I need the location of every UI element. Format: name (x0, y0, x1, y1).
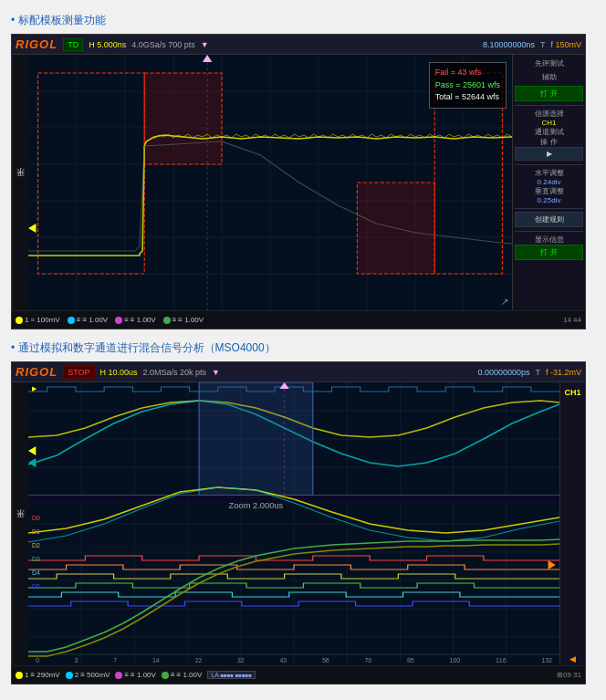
scope1-time: 14 44 (563, 316, 581, 324)
page-container: 标配模板测量功能 RIGOL TD H 5.000ns 4.0GSa/s 700… (0, 0, 606, 699)
scope2-status: STOP (63, 366, 94, 379)
dig-label-d2: D2 (32, 542, 40, 549)
mask-fail-count: Fail = 43 wfs (435, 67, 500, 79)
scope1-bottombar: 1 = 100mV ≡ ≡ 1.00V ≡ ≡ 1.00V ≡ ≡ 1.00V … (12, 310, 585, 329)
scope2-ch3-dot (115, 672, 122, 679)
section2-link[interactable]: 通过模拟和数字通道进行混合信号分析（MSO4000） (18, 341, 276, 354)
scope2-topbar: RIGOL STOP H 10.00us 2.0MSa/s 20k pts ▼ … (12, 362, 585, 382)
scope1-volt: f 150mV (550, 40, 581, 49)
scope1-timediv: H 5.000ns (89, 40, 126, 49)
scope1-ch1-meas: = 100mV (30, 316, 59, 324)
scope1-ch3-meas: ≡ 1.00V (131, 316, 156, 324)
scope1-frame: RIGOL TD H 5.000ns 4.0GSa/s 700 pts ▼ 8.… (11, 34, 586, 329)
dig-label-d4: D4 (32, 569, 40, 576)
rpanel-section2: 信源选择 CH1 通道测试 操 作 ▶ (515, 105, 583, 161)
svg-marker-49 (549, 560, 556, 569)
rpanel-btn-open1[interactable]: 打 开 (515, 86, 583, 101)
rpanel-vval: 0.25div (515, 196, 583, 204)
x-tick-22: 22 (194, 657, 202, 663)
scope1-ch2-dot (68, 317, 75, 324)
scope2-ch4-num: ≡ (171, 671, 175, 679)
x-tick-3: 3 (75, 657, 78, 663)
scope1-status: TD (63, 38, 83, 51)
scope2-ch3-meas: ≡ 1.00V (131, 671, 156, 679)
scope2-ch4-indicator: ≡ ≡ 1.00V (162, 671, 202, 679)
usb-icon: ⊞09 31 (557, 671, 581, 679)
rpanel-section3: 水平调整 0.24div 垂直调整 0.25div (515, 164, 583, 204)
rpanel-section5: 显示信息 打 开 (515, 231, 583, 260)
scope2-ch-left: ▶ (32, 385, 37, 392)
svg-marker-50 (28, 458, 36, 467)
scope1-trigpos: 8.10000000ns (483, 40, 535, 49)
scope2-ch3-indicator: ≡ ≡ 1.00V (115, 671, 155, 679)
x-tick-43: 43 (279, 657, 287, 663)
scope2-bottombar: 1 ≡ 290mV 2 ≡ 500mV ≡ ≡ 1.00V ≡ ≡ 1.00V … (12, 665, 585, 684)
scope2-markerU: ▼ (212, 368, 220, 377)
scope2-timediv: H 10.00us (100, 368, 138, 377)
mask-total-count: Total = 52644 wfs (435, 91, 500, 104)
section1-link[interactable]: 标配模板测量功能 (18, 14, 106, 26)
scope2-samplerate: 2.0MSa/s 20k pts (143, 368, 207, 377)
scope2-ch1-indicator: 1 ≡ 290mV (16, 671, 60, 679)
la-indicator: LA ■■■■ ■■■■■ (207, 671, 255, 679)
x-tick-116: 116 (496, 657, 507, 663)
dig-label-d3: D3 (32, 556, 40, 562)
scope1-ch4-val: ≡ (172, 316, 177, 324)
scope1-markerU: ▼ (201, 40, 209, 49)
scope1-waveform: Fail = 43 wfs Pass = 25601 wfs Total = 5… (28, 55, 512, 310)
scope2-waveform: Zoom 2.000us (28, 382, 559, 665)
x-tick-85: 85 (407, 657, 414, 663)
rpanel-hlabel: 水平调整 (515, 168, 583, 178)
rpanel-label2: 信源选择 (515, 109, 583, 119)
scope1-ylabel: 水平 (12, 55, 28, 310)
x-axis-labels: 0 3 7 14 22 32 43 56 70 85 100 116 132 (36, 657, 552, 663)
dig-label-d5: D5 (32, 583, 40, 590)
scope2-ch2-dot (66, 672, 73, 679)
mask-info-box: Fail = 43 wfs Pass = 25601 wfs Total = 5… (429, 62, 507, 109)
scope2-trigpos: 0.00000000ps (477, 368, 529, 377)
la-bits: ■■■■ ■■■■■ (220, 673, 251, 678)
scope1-ch3-indicator: ≡ ≡ 1.00V (115, 316, 155, 324)
scope1-ch3-dot (115, 317, 122, 324)
svg-rect-15 (144, 73, 222, 164)
x-tick-32: 32 (237, 657, 245, 663)
rpanel-btn-open2[interactable]: 打 开 (515, 245, 583, 260)
rpanel-dispinfo: 显示信息 (515, 235, 583, 245)
scope2-rightpanel: CH1 ◀ (559, 382, 585, 665)
scope1-samplerate: 4.0GSa/s 700 pts (131, 40, 195, 49)
scope2-time: ⊞09 31 (557, 671, 581, 679)
rpanel-play-btn[interactable]: ▶ (515, 147, 583, 161)
scope2-grid-svg: Zoom 2.000us (28, 382, 559, 665)
scope2-ch1-meas: ≡ 290mV (30, 671, 59, 679)
svg-rect-44 (28, 496, 559, 501)
scope1-rightinfo: 8.10000000ns T f 150mV (483, 40, 581, 49)
scope1-ch2-val: ≡ (77, 316, 81, 324)
scope1-main: 水平 (12, 55, 585, 310)
scope1-ch1-indicator: 1 = 100mV (16, 316, 60, 324)
scope2-ch1-dot (16, 672, 23, 679)
scope2-frame: RIGOL STOP H 10.00us 2.0MSa/s 20k pts ▼ … (11, 361, 586, 684)
scope1-ch3-val: ≡ (124, 316, 129, 324)
x-tick-0: 0 (36, 657, 39, 663)
x-tick-70: 70 (364, 657, 371, 663)
rpanel-label5: 操 作 (515, 137, 583, 147)
scope2-ch4-meas: ≡ 1.00V (177, 671, 203, 679)
scope1-trigicon: T (540, 40, 546, 49)
section2-title: 通过模拟和数字通道进行混合信号分析（MSO4000） (11, 340, 595, 356)
scope2-main: 水平 (12, 382, 585, 665)
scope2-ylabel: 水平 (12, 382, 28, 665)
rigol-logo-1: RIGOL (16, 37, 57, 51)
rpanel-hval: 0.24div (515, 178, 583, 186)
x-tick-132: 132 (541, 657, 552, 663)
scope2-trigicon: T (535, 368, 540, 377)
scope2-ch2-num: 2 (75, 671, 78, 679)
scope2-rightinfo: 0.00000000ps T f -31.2mV (477, 368, 581, 377)
svg-rect-42 (199, 382, 313, 496)
svg-marker-23 (28, 224, 36, 233)
svg-text:Zoom 2.000us: Zoom 2.000us (229, 501, 284, 510)
section1-title: 标配模板测量功能 (11, 13, 595, 28)
rigol-logo-2: RIGOL (16, 365, 57, 379)
rpanel-create-rule[interactable]: 创建规则 (515, 212, 583, 227)
rpanel-label1: 先评测试 (515, 58, 583, 68)
scope1-ch2-meas: ≡ 1.00V (82, 316, 108, 324)
